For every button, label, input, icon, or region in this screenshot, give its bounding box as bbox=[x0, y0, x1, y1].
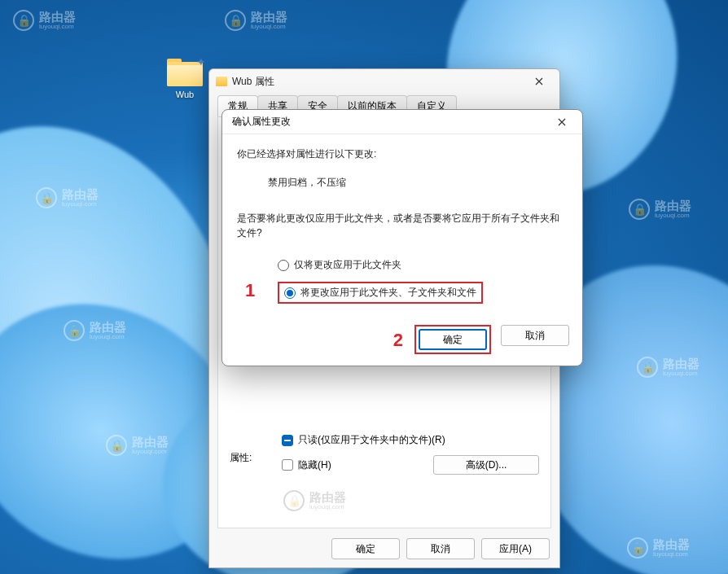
annotation-1: 1 bbox=[245, 280, 255, 301]
radio-all-subfolders[interactable]: 将更改应用于此文件夹、子文件夹和文件 bbox=[284, 286, 476, 300]
dialog-buttons: 确定 取消 应用(A) bbox=[331, 538, 550, 559]
ok-button[interactable]: 确定 bbox=[331, 538, 400, 559]
dialog-title: Wub 属性 bbox=[232, 75, 522, 89]
confirm-title: 确认属性更改 bbox=[232, 115, 545, 129]
hidden-checkbox[interactable] bbox=[282, 459, 293, 471]
desktop-folder-wub[interactable]: ✦ Wub bbox=[159, 59, 211, 99]
close-icon bbox=[535, 77, 543, 85]
radio-this-folder-only[interactable]: 仅将更改应用于此文件夹 bbox=[278, 258, 568, 272]
highlight-ok: 确定 bbox=[414, 325, 491, 354]
apply-button[interactable]: 应用(A) bbox=[481, 538, 550, 559]
confirm-titlebar: 确认属性更改 bbox=[222, 110, 582, 134]
folder-icon bbox=[216, 77, 227, 86]
confirm-close-button[interactable] bbox=[545, 111, 579, 134]
advanced-button[interactable]: 高级(D)... bbox=[433, 455, 539, 475]
hidden-label: 隐藏(H) bbox=[298, 458, 331, 472]
confirm-message-1: 你已经选择对属性进行以下更改: bbox=[237, 147, 568, 161]
cancel-button[interactable]: 取消 bbox=[406, 538, 475, 559]
confirm-dialog: 确认属性更改 你已经选择对属性进行以下更改: 禁用归档，不压缩 是否要将此更改仅… bbox=[221, 109, 583, 366]
folder-icon: ✦ bbox=[167, 59, 203, 86]
confirm-cancel-button[interactable]: 取消 bbox=[501, 325, 569, 346]
readonly-checkbox[interactable] bbox=[282, 435, 293, 446]
highlight-radio-2: 将更改应用于此文件夹、子文件夹和文件 bbox=[278, 282, 483, 304]
confirm-change-text: 禁用归档，不压缩 bbox=[268, 176, 568, 190]
close-icon bbox=[558, 118, 566, 126]
radio-icon bbox=[278, 260, 289, 271]
confirm-ok-button[interactable]: 确定 bbox=[419, 329, 487, 350]
close-button[interactable] bbox=[522, 70, 556, 93]
annotation-2: 2 bbox=[393, 330, 403, 351]
attributes-label: 属性: bbox=[230, 451, 282, 465]
radio-icon bbox=[284, 287, 296, 299]
titlebar: Wub 属性 bbox=[209, 69, 559, 94]
gear-icon: ✦ bbox=[196, 55, 206, 68]
confirm-message-2: 是否要将此更改仅应用于此文件夹，或者是否要将它应用于所有子文件夹和文件? bbox=[237, 211, 568, 240]
radio-label-2: 将更改应用于此文件夹、子文件夹和文件 bbox=[300, 286, 476, 300]
readonly-label: 只读(仅应用于文件夹中的文件)(R) bbox=[298, 433, 445, 447]
radio-label-1: 仅将更改应用于此文件夹 bbox=[294, 258, 401, 272]
desktop-folder-label: Wub bbox=[159, 90, 211, 99]
